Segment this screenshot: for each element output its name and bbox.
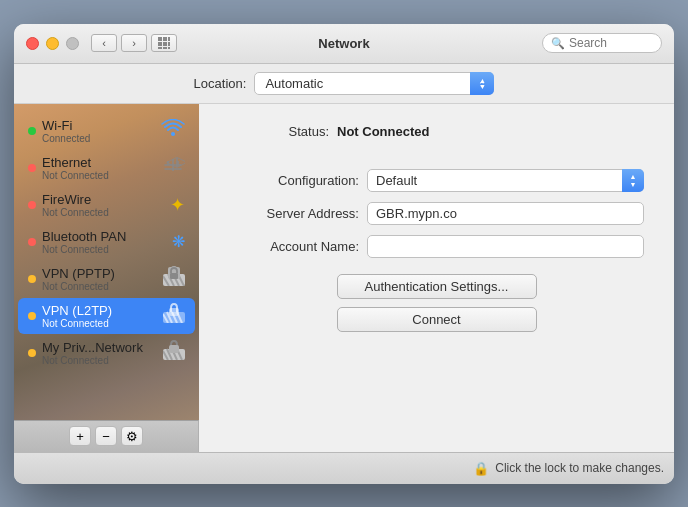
network-status-wifi: Connected xyxy=(42,133,157,144)
minimize-button[interactable] xyxy=(46,37,59,50)
status-dot-firewire xyxy=(28,201,36,209)
network-item-vpn-l2tp[interactable]: VPN (L2TP) Not Connected xyxy=(18,298,195,334)
sidebar-content: Wi-Fi Connected xyxy=(14,104,199,420)
auth-settings-button[interactable]: Authentication Settings... xyxy=(337,274,537,299)
svg-rect-0 xyxy=(158,37,162,41)
network-name-bluetooth: Bluetooth PAN xyxy=(42,229,168,244)
network-info-vpn-pptp: VPN (PPTP) Not Connected xyxy=(42,266,159,292)
svg-rect-19 xyxy=(170,273,178,279)
server-address-row: Server Address: xyxy=(229,202,644,225)
forward-button[interactable]: › xyxy=(121,34,147,52)
svg-rect-2 xyxy=(168,37,170,41)
status-row: Status: Not Connected xyxy=(229,124,644,139)
svg-rect-7 xyxy=(163,47,167,49)
network-list: Wi-Fi Connected xyxy=(14,104,199,380)
network-item-wifi[interactable]: Wi-Fi Connected xyxy=(18,113,195,149)
location-bar: Location: Automatic ▲ ▼ xyxy=(14,64,674,104)
network-name-my-priv: My Priv...Network xyxy=(42,340,159,355)
network-item-firewire[interactable]: FireWire Not Connected ✦ xyxy=(18,187,195,223)
sidebar-toolbar: + − ⚙ xyxy=(14,420,199,452)
search-bar: 🔍 xyxy=(542,33,662,53)
location-select-wrapper: Automatic ▲ ▼ xyxy=(254,72,494,95)
vpn-l2tp-icon xyxy=(163,303,185,328)
nav-buttons: ‹ › xyxy=(91,34,147,52)
maximize-button[interactable] xyxy=(66,37,79,50)
svg-rect-3 xyxy=(158,42,162,46)
back-button[interactable]: ‹ xyxy=(91,34,117,52)
lock-icon: 🔒 xyxy=(473,461,489,476)
svg-rect-31 xyxy=(169,345,179,353)
remove-network-button[interactable]: − xyxy=(95,426,117,446)
main-content: Wi-Fi Connected xyxy=(14,104,674,452)
network-info-vpn-l2tp: VPN (L2TP) Not Connected xyxy=(42,303,159,329)
location-select[interactable]: Automatic xyxy=(254,72,494,95)
right-panel: Status: Not Connected Configuration: Def… xyxy=(199,104,674,452)
svg-rect-6 xyxy=(158,47,162,49)
network-status-vpn-l2tp: Not Connected xyxy=(42,318,159,329)
network-info-ethernet: Ethernet Not Connected xyxy=(42,155,157,181)
configuration-select[interactable]: Default xyxy=(367,169,644,192)
bottom-toolbar: 🔒 Click the lock to make changes. xyxy=(14,452,674,484)
status-dot-ethernet xyxy=(28,164,36,172)
ethernet-icon: ◁▷ xyxy=(161,156,185,179)
titlebar: ‹ › Network 🔍 xyxy=(14,24,674,64)
status-dot-my-priv xyxy=(28,349,36,357)
network-name-vpn-pptp: VPN (PPTP) xyxy=(42,266,159,281)
lock-text: Click the lock to make changes. xyxy=(495,461,664,475)
grid-button[interactable] xyxy=(151,34,177,52)
network-info-bluetooth: Bluetooth PAN Not Connected xyxy=(42,229,168,255)
network-item-bluetooth[interactable]: Bluetooth PAN Not Connected ❋ xyxy=(18,224,195,260)
sidebar-wrapper: Wi-Fi Connected xyxy=(14,104,199,452)
wifi-icon xyxy=(161,119,185,142)
search-input[interactable] xyxy=(569,36,649,50)
network-name-ethernet: Ethernet xyxy=(42,155,157,170)
location-label: Location: xyxy=(194,76,247,91)
network-info-wifi: Wi-Fi Connected xyxy=(42,118,157,144)
lock-button[interactable]: 🔒 Click the lock to make changes. xyxy=(473,461,664,476)
svg-point-9 xyxy=(171,132,175,136)
gear-button[interactable]: ⚙ xyxy=(121,426,143,446)
status-dot-vpn-l2tp xyxy=(28,312,36,320)
window: ‹ › Network 🔍 Location: xyxy=(14,24,674,484)
close-button[interactable] xyxy=(26,37,39,50)
svg-rect-8 xyxy=(168,47,170,49)
svg-rect-4 xyxy=(163,42,167,46)
configuration-row: Configuration: Default ▲ ▼ xyxy=(229,169,644,192)
buttons-row: Authentication Settings... Connect xyxy=(229,274,644,332)
connect-button[interactable]: Connect xyxy=(337,307,537,332)
status-value: Not Connected xyxy=(337,124,429,139)
network-item-my-priv[interactable]: My Priv...Network Not Connected xyxy=(18,335,195,371)
network-item-vpn-pptp[interactable]: VPN (PPTP) Not Connected xyxy=(18,261,195,297)
vpn-pptp-icon xyxy=(163,266,185,291)
my-priv-icon xyxy=(163,340,185,365)
network-status-ethernet: Not Connected xyxy=(42,170,157,181)
network-info-firewire: FireWire Not Connected xyxy=(42,192,166,218)
network-status-firewire: Not Connected xyxy=(42,207,166,218)
network-name-vpn-l2tp: VPN (L2TP) xyxy=(42,303,159,318)
network-status-my-priv: Not Connected xyxy=(42,355,159,366)
network-status-vpn-pptp: Not Connected xyxy=(42,281,159,292)
account-name-input[interactable] xyxy=(367,235,644,258)
network-info-my-priv: My Priv...Network Not Connected xyxy=(42,340,159,366)
network-item-ethernet[interactable]: Ethernet Not Connected ◁▷ xyxy=(18,150,195,186)
svg-rect-25 xyxy=(169,308,179,316)
bluetooth-icon: ❋ xyxy=(172,232,185,251)
account-name-row: Account Name: xyxy=(229,235,644,258)
status-dot-wifi xyxy=(28,127,36,135)
add-network-button[interactable]: + xyxy=(69,426,91,446)
svg-rect-5 xyxy=(168,42,170,46)
server-address-input[interactable] xyxy=(367,202,644,225)
svg-rect-1 xyxy=(163,37,167,41)
network-name-wifi: Wi-Fi xyxy=(42,118,157,133)
configuration-select-wrapper: Default ▲ ▼ xyxy=(367,169,644,192)
status-dot-vpn-pptp xyxy=(28,275,36,283)
configuration-label: Configuration: xyxy=(229,173,359,188)
form-section: Configuration: Default ▲ ▼ Server Addres… xyxy=(229,169,644,258)
window-title: Network xyxy=(318,36,369,51)
svg-text:◁▷: ◁▷ xyxy=(166,156,185,169)
network-name-firewire: FireWire xyxy=(42,192,166,207)
traffic-lights xyxy=(26,37,79,50)
status-label: Status: xyxy=(229,124,329,139)
status-dot-bluetooth xyxy=(28,238,36,246)
network-status-bluetooth: Not Connected xyxy=(42,244,168,255)
